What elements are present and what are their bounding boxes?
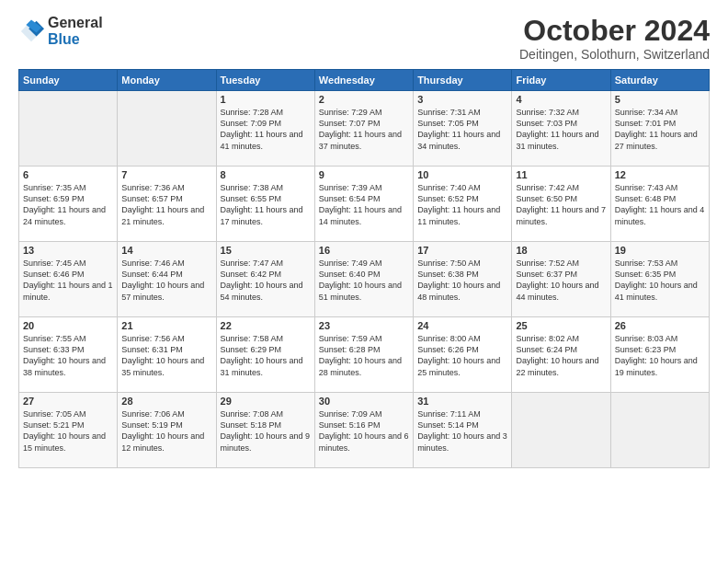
calendar-cell bbox=[19, 91, 118, 167]
day-info: Sunrise: 7:11 AM Sunset: 5:14 PM Dayligh… bbox=[417, 408, 507, 454]
week-row-4: 27Sunrise: 7:05 AM Sunset: 5:21 PM Dayli… bbox=[19, 393, 710, 468]
calendar-cell bbox=[118, 91, 216, 167]
calendar-cell: 23Sunrise: 7:59 AM Sunset: 6:28 PM Dayli… bbox=[314, 317, 413, 393]
logo-text: General Blue bbox=[48, 15, 103, 47]
logo-blue: Blue bbox=[48, 31, 103, 48]
day-number: 28 bbox=[121, 396, 211, 407]
day-info: Sunrise: 7:39 AM Sunset: 6:54 PM Dayligh… bbox=[319, 182, 409, 227]
calendar-cell: 11Sunrise: 7:42 AM Sunset: 6:50 PM Dayli… bbox=[512, 167, 610, 242]
day-number: 29 bbox=[221, 396, 311, 407]
calendar-table: Sunday Monday Tuesday Wednesday Thursday… bbox=[18, 69, 710, 468]
calendar-cell: 5Sunrise: 7:34 AM Sunset: 7:01 PM Daylig… bbox=[610, 91, 709, 167]
day-number: 23 bbox=[319, 320, 409, 331]
week-row-2: 13Sunrise: 7:45 AM Sunset: 6:46 PM Dayli… bbox=[19, 242, 710, 317]
day-number: 19 bbox=[615, 245, 705, 256]
col-wednesday: Wednesday bbox=[314, 70, 413, 91]
day-number: 4 bbox=[516, 94, 606, 105]
day-info: Sunrise: 7:31 AM Sunset: 7:05 PM Dayligh… bbox=[417, 107, 507, 152]
day-number: 24 bbox=[417, 320, 507, 331]
day-info: Sunrise: 7:08 AM Sunset: 5:18 PM Dayligh… bbox=[221, 408, 311, 454]
calendar-cell: 15Sunrise: 7:47 AM Sunset: 6:42 PM Dayli… bbox=[216, 242, 314, 317]
calendar-cell: 13Sunrise: 7:45 AM Sunset: 6:46 PM Dayli… bbox=[19, 242, 118, 317]
day-info: Sunrise: 7:40 AM Sunset: 6:52 PM Dayligh… bbox=[417, 182, 507, 227]
day-number: 27 bbox=[23, 396, 113, 407]
day-info: Sunrise: 7:42 AM Sunset: 6:50 PM Dayligh… bbox=[516, 182, 606, 227]
calendar-cell: 25Sunrise: 8:02 AM Sunset: 6:24 PM Dayli… bbox=[512, 317, 610, 393]
day-number: 10 bbox=[417, 169, 507, 180]
calendar-cell: 18Sunrise: 7:52 AM Sunset: 6:37 PM Dayli… bbox=[512, 242, 610, 317]
day-number: 26 bbox=[615, 320, 705, 331]
day-number: 22 bbox=[221, 320, 311, 331]
day-number: 31 bbox=[417, 396, 507, 407]
day-number: 21 bbox=[121, 320, 211, 331]
day-number: 1 bbox=[221, 94, 311, 105]
calendar-cell: 14Sunrise: 7:46 AM Sunset: 6:44 PM Dayli… bbox=[118, 242, 216, 317]
day-info: Sunrise: 7:49 AM Sunset: 6:40 PM Dayligh… bbox=[319, 258, 409, 303]
calendar-cell: 10Sunrise: 7:40 AM Sunset: 6:52 PM Dayli… bbox=[414, 167, 512, 242]
day-info: Sunrise: 7:58 AM Sunset: 6:29 PM Dayligh… bbox=[221, 333, 311, 378]
calendar-cell: 22Sunrise: 7:58 AM Sunset: 6:29 PM Dayli… bbox=[216, 317, 314, 393]
day-number: 18 bbox=[516, 245, 606, 256]
day-info: Sunrise: 7:34 AM Sunset: 7:01 PM Dayligh… bbox=[615, 107, 705, 152]
day-info: Sunrise: 7:59 AM Sunset: 6:28 PM Dayligh… bbox=[319, 333, 409, 378]
calendar-cell: 20Sunrise: 7:55 AM Sunset: 6:33 PM Dayli… bbox=[19, 317, 118, 393]
col-friday: Friday bbox=[512, 70, 610, 91]
day-info: Sunrise: 7:09 AM Sunset: 5:16 PM Dayligh… bbox=[319, 408, 409, 454]
col-tuesday: Tuesday bbox=[216, 70, 314, 91]
col-thursday: Thursday bbox=[414, 70, 512, 91]
day-number: 25 bbox=[516, 320, 606, 331]
calendar-cell: 30Sunrise: 7:09 AM Sunset: 5:16 PM Dayli… bbox=[314, 393, 413, 468]
calendar-cell bbox=[610, 393, 709, 468]
day-info: Sunrise: 7:35 AM Sunset: 6:59 PM Dayligh… bbox=[23, 182, 113, 227]
week-row-1: 6Sunrise: 7:35 AM Sunset: 6:59 PM Daylig… bbox=[19, 167, 710, 242]
calendar-cell: 24Sunrise: 8:00 AM Sunset: 6:26 PM Dayli… bbox=[414, 317, 512, 393]
logo-icon bbox=[18, 18, 44, 44]
day-info: Sunrise: 7:47 AM Sunset: 6:42 PM Dayligh… bbox=[221, 258, 311, 303]
day-number: 3 bbox=[417, 94, 507, 105]
calendar-cell: 29Sunrise: 7:08 AM Sunset: 5:18 PM Dayli… bbox=[216, 393, 314, 468]
calendar-cell: 9Sunrise: 7:39 AM Sunset: 6:54 PM Daylig… bbox=[314, 167, 413, 242]
day-number: 14 bbox=[121, 245, 211, 256]
day-number: 11 bbox=[516, 169, 606, 180]
day-info: Sunrise: 7:38 AM Sunset: 6:55 PM Dayligh… bbox=[221, 182, 311, 227]
calendar-cell: 31Sunrise: 7:11 AM Sunset: 5:14 PM Dayli… bbox=[414, 393, 512, 468]
day-number: 12 bbox=[615, 169, 705, 180]
week-row-0: 1Sunrise: 7:28 AM Sunset: 7:09 PM Daylig… bbox=[19, 91, 710, 167]
month-title: October 2024 bbox=[519, 15, 710, 47]
header: General Blue October 2024 Deitingen, Sol… bbox=[18, 15, 710, 62]
day-info: Sunrise: 7:55 AM Sunset: 6:33 PM Dayligh… bbox=[23, 333, 113, 378]
calendar-cell: 12Sunrise: 7:43 AM Sunset: 6:48 PM Dayli… bbox=[610, 167, 709, 242]
day-info: Sunrise: 8:02 AM Sunset: 6:24 PM Dayligh… bbox=[516, 333, 606, 378]
day-number: 5 bbox=[615, 94, 705, 105]
calendar-cell: 21Sunrise: 7:56 AM Sunset: 6:31 PM Dayli… bbox=[118, 317, 216, 393]
day-number: 2 bbox=[319, 94, 409, 105]
day-info: Sunrise: 7:50 AM Sunset: 6:38 PM Dayligh… bbox=[417, 258, 507, 303]
calendar-cell: 28Sunrise: 7:06 AM Sunset: 5:19 PM Dayli… bbox=[118, 393, 216, 468]
calendar-cell: 4Sunrise: 7:32 AM Sunset: 7:03 PM Daylig… bbox=[512, 91, 610, 167]
calendar-cell: 1Sunrise: 7:28 AM Sunset: 7:09 PM Daylig… bbox=[216, 91, 314, 167]
day-info: Sunrise: 8:03 AM Sunset: 6:23 PM Dayligh… bbox=[615, 333, 705, 378]
col-monday: Monday bbox=[118, 70, 216, 91]
day-number: 17 bbox=[417, 245, 507, 256]
day-number: 7 bbox=[121, 169, 211, 180]
header-row: Sunday Monday Tuesday Wednesday Thursday… bbox=[19, 70, 710, 91]
calendar-cell: 17Sunrise: 7:50 AM Sunset: 6:38 PM Dayli… bbox=[414, 242, 512, 317]
calendar-cell: 2Sunrise: 7:29 AM Sunset: 7:07 PM Daylig… bbox=[314, 91, 413, 167]
day-info: Sunrise: 7:52 AM Sunset: 6:37 PM Dayligh… bbox=[516, 258, 606, 303]
day-info: Sunrise: 7:05 AM Sunset: 5:21 PM Dayligh… bbox=[23, 408, 113, 454]
calendar-cell: 26Sunrise: 8:03 AM Sunset: 6:23 PM Dayli… bbox=[610, 317, 709, 393]
week-row-3: 20Sunrise: 7:55 AM Sunset: 6:33 PM Dayli… bbox=[19, 317, 710, 393]
day-number: 6 bbox=[23, 169, 113, 180]
calendar-cell: 27Sunrise: 7:05 AM Sunset: 5:21 PM Dayli… bbox=[19, 393, 118, 468]
day-number: 30 bbox=[319, 396, 409, 407]
day-number: 13 bbox=[23, 245, 113, 256]
day-number: 15 bbox=[221, 245, 311, 256]
logo-general: General bbox=[48, 15, 103, 31]
page: General Blue October 2024 Deitingen, Sol… bbox=[0, 0, 728, 563]
day-info: Sunrise: 7:32 AM Sunset: 7:03 PM Dayligh… bbox=[516, 107, 606, 152]
col-saturday: Saturday bbox=[610, 70, 709, 91]
logo: General Blue bbox=[18, 15, 103, 47]
day-info: Sunrise: 7:29 AM Sunset: 7:07 PM Dayligh… bbox=[319, 107, 409, 152]
day-number: 16 bbox=[319, 245, 409, 256]
day-info: Sunrise: 8:00 AM Sunset: 6:26 PM Dayligh… bbox=[417, 333, 507, 378]
